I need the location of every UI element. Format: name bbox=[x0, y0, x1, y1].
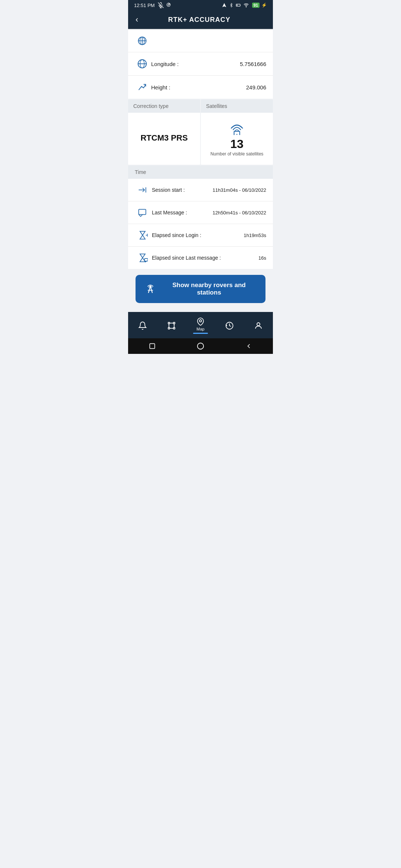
nav-notifications[interactable] bbox=[128, 320, 157, 332]
height-label: Height : bbox=[151, 84, 246, 91]
status-bar-right: 91 ⚡ bbox=[222, 3, 267, 8]
partial-icon bbox=[135, 36, 150, 46]
two-col-section: Correction type RTCM3 PRS Satellites bbox=[128, 99, 273, 165]
show-nearby-button[interactable]: Show nearby rovers and stations bbox=[136, 275, 265, 303]
wifi-icon bbox=[243, 3, 249, 8]
svg-point-16 bbox=[237, 134, 238, 135]
elapsed-last-icon bbox=[135, 253, 150, 263]
svg-rect-21 bbox=[144, 259, 148, 261]
nav-profile[interactable] bbox=[244, 320, 273, 332]
status-time: 12:51 PM bbox=[134, 3, 155, 8]
bell-icon bbox=[138, 321, 147, 330]
content-area: Longitude : 5.7561666 Height : 249.006 C… bbox=[128, 29, 273, 312]
svg-point-35 bbox=[257, 323, 260, 326]
status-bar-left: 12:51 PM bbox=[134, 2, 171, 8]
android-home-button[interactable] bbox=[196, 342, 205, 350]
map-nav-indicator bbox=[193, 333, 208, 334]
profile-icon bbox=[254, 321, 263, 330]
partial-row bbox=[128, 29, 273, 52]
svg-point-7 bbox=[246, 7, 246, 7]
svg-rect-19 bbox=[139, 209, 146, 214]
android-back-button[interactable] bbox=[245, 342, 252, 350]
svg-rect-26 bbox=[168, 322, 170, 324]
time-section-header: Time bbox=[128, 165, 273, 179]
android-nav-bar bbox=[128, 338, 273, 354]
correction-type-card: Correction type RTCM3 PRS bbox=[128, 99, 200, 165]
svg-point-37 bbox=[198, 343, 204, 349]
app-header: ‹ RTK+ ACCURACY bbox=[128, 10, 273, 29]
height-value: 249.006 bbox=[246, 84, 266, 91]
svg-point-3 bbox=[168, 4, 169, 6]
satellites-body: 13 Number of visible satellites bbox=[201, 113, 273, 165]
session-start-value: 11h31m04s - 06/10/2022 bbox=[212, 187, 266, 193]
session-start-row: Session start : 11h31m04s - 06/10/2022 bbox=[128, 179, 273, 201]
bluetooth-icon bbox=[229, 3, 234, 8]
nav-network[interactable] bbox=[157, 320, 186, 332]
svg-rect-36 bbox=[150, 343, 154, 348]
session-start-label: Session start : bbox=[152, 187, 212, 193]
satellite-label: Number of visible satellites bbox=[211, 151, 264, 157]
correction-type-header: Correction type bbox=[128, 99, 200, 113]
network-icon bbox=[167, 321, 176, 330]
height-row: Height : 249.006 bbox=[128, 76, 273, 99]
longitude-value: 5.7561666 bbox=[240, 61, 266, 67]
status-bar: 12:51 PM bbox=[128, 0, 273, 10]
mute-icon bbox=[158, 2, 164, 8]
history-icon bbox=[225, 321, 234, 330]
elapsed-last-row: Elapsed since Last message : 16s bbox=[128, 247, 273, 269]
show-nearby-label: Show nearby rovers and stations bbox=[162, 282, 257, 296]
elapsed-login-row: Elapsed since Login : 1h19m53s bbox=[128, 224, 273, 247]
last-message-value: 12h50m41s - 06/10/2022 bbox=[212, 210, 266, 216]
satellite-count: 13 bbox=[230, 138, 244, 150]
svg-rect-29 bbox=[173, 328, 175, 329]
svg-rect-28 bbox=[168, 328, 170, 329]
session-start-icon bbox=[135, 185, 150, 195]
nav-map[interactable]: Map bbox=[186, 316, 215, 335]
correction-type-body: RTCM3 PRS bbox=[128, 113, 200, 165]
charging-icon: ⚡ bbox=[261, 3, 267, 8]
longitude-label: Longitude : bbox=[151, 61, 240, 67]
last-message-icon bbox=[135, 207, 150, 218]
map-nav-label: Map bbox=[196, 327, 204, 331]
page-title: RTK+ ACCURACY bbox=[144, 16, 254, 24]
location-status-icon bbox=[166, 3, 171, 8]
svg-point-34 bbox=[199, 320, 202, 322]
battery-box-icon bbox=[236, 3, 241, 8]
correction-type-value: RTCM3 PRS bbox=[137, 126, 191, 150]
height-icon bbox=[135, 82, 150, 93]
satellites-card: Satellites 13 Number of bbox=[201, 99, 273, 165]
elapsed-login-value: 1h19m53s bbox=[244, 233, 266, 238]
location-card: Longitude : 5.7561666 Height : 249.006 bbox=[128, 29, 273, 99]
map-icon bbox=[196, 317, 205, 326]
longitude-icon bbox=[135, 58, 150, 69]
last-message-label: Last Message : bbox=[152, 209, 212, 216]
satellites-header: Satellites bbox=[201, 99, 273, 113]
bottom-nav: Map bbox=[128, 312, 273, 338]
battery-percent: 91 bbox=[252, 3, 260, 8]
time-section: Time Session start : 11h31m04s - 06/10/2… bbox=[128, 165, 273, 269]
elapsed-login-icon bbox=[135, 230, 150, 240]
nav-history[interactable] bbox=[215, 320, 244, 332]
svg-rect-27 bbox=[173, 322, 175, 324]
location-arrow-icon bbox=[222, 3, 227, 8]
elapsed-last-value: 16s bbox=[258, 255, 266, 261]
longitude-row: Longitude : 5.7561666 bbox=[128, 52, 273, 76]
elapsed-last-label: Elapsed since Last message : bbox=[152, 254, 258, 261]
svg-point-25 bbox=[150, 286, 151, 287]
back-button[interactable]: ‹ bbox=[136, 15, 138, 24]
elapsed-login-label: Elapsed since Login : bbox=[152, 232, 244, 239]
show-nearby-icon bbox=[144, 283, 156, 295]
satellite-signal-icon bbox=[227, 119, 247, 135]
android-square-button[interactable] bbox=[149, 342, 156, 350]
last-message-row: Last Message : 12h50m41s - 06/10/2022 bbox=[128, 201, 273, 224]
